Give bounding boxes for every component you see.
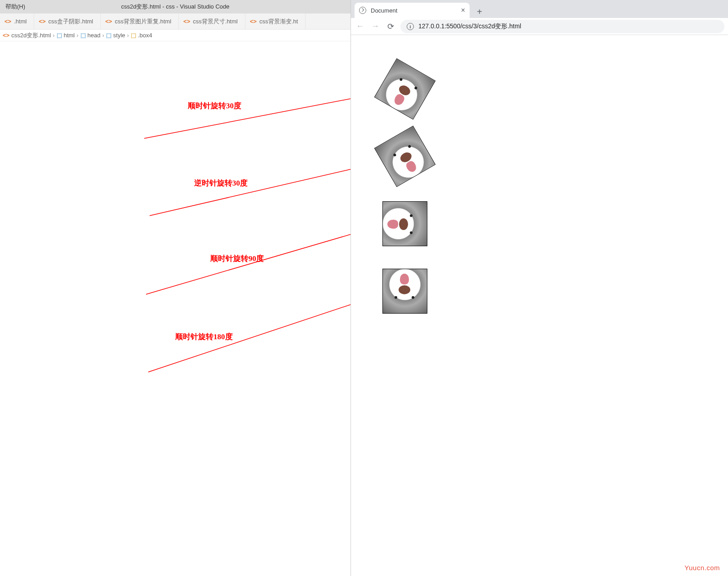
forward-button[interactable]: → — [370, 21, 381, 32]
new-tab-button[interactable]: + — [473, 5, 486, 18]
tag-icon: ⬚ — [80, 32, 86, 39]
tab-label: css盒子阴影.html — [49, 18, 93, 26]
editor-tab[interactable]: <>css盒子阴影.html — [34, 13, 101, 29]
breadcrumb-item[interactable]: <>css2d变形.html — [3, 31, 51, 40]
editor-tab[interactable]: <>css背景渐变.ht — [245, 13, 306, 29]
editor-tab[interactable]: <>css背景图片重复.html — [101, 13, 179, 29]
chevron-right-icon: › — [53, 32, 54, 39]
html-icon: <> — [39, 18, 45, 25]
demo-box3 — [382, 201, 427, 246]
html-icon: <> — [4, 18, 11, 25]
breadcrumb-item[interactable]: ⬚.box4 — [131, 32, 152, 39]
tab-label: css背景图片重复.html — [115, 18, 171, 26]
tag-icon: ⬚ — [106, 32, 111, 39]
menu-help[interactable]: 帮助(H) — [5, 3, 25, 11]
code-editor[interactable] — [0, 41, 351, 45]
class-icon: ⬚ — [131, 32, 136, 39]
demo-box2 — [374, 126, 436, 187]
html-icon: <> — [3, 32, 9, 39]
globe-icon — [359, 7, 366, 14]
tab-label: css背景渐变.ht — [259, 18, 298, 26]
close-icon[interactable]: × — [461, 6, 465, 14]
chrome-toolbar: ← → ⟳ i 127.0.0.1:5500/css/3/css2d变形.htm… — [351, 18, 728, 35]
tag-icon: ⬚ — [57, 32, 62, 39]
demo-box4 — [382, 269, 427, 314]
url-text: 127.0.0.1:5500/css/3/css2d变形.html — [418, 22, 521, 31]
tab-label: .html — [14, 18, 27, 25]
window-title: css2d变形.html - css - Visual Studio Code — [121, 3, 229, 11]
address-bar[interactable]: i 127.0.0.1:5500/css/3/css2d变形.html — [400, 20, 724, 33]
chrome-tabstrip: Document × + — [351, 0, 728, 18]
tab-label: css背景尺寸.html — [193, 18, 238, 26]
breadcrumb: <>css2d变形.html› ⬚html› ⬚head› ⬚style› ⬚.… — [0, 30, 351, 41]
reload-button[interactable]: ⟳ — [385, 21, 396, 32]
vscode-editor: 帮助(H) css2d变形.html - css - Visual Studio… — [0, 0, 351, 576]
html-icon: <> — [105, 18, 112, 25]
breadcrumb-item[interactable]: ⬚html — [57, 32, 75, 39]
editor-tab[interactable]: <>.html — [0, 13, 34, 29]
html-icon: <> — [250, 18, 257, 25]
chevron-right-icon: › — [76, 32, 78, 39]
demo-box1 — [374, 58, 436, 120]
vscode-titlebar: 帮助(H) css2d变形.html - css - Visual Studio… — [0, 0, 351, 13]
chevron-right-icon: › — [102, 32, 104, 39]
editor-tabs: <>.html <>css盒子阴影.html <>css背景图片重复.html … — [0, 13, 351, 30]
tab-title: Document — [371, 7, 397, 14]
watermark: Yuucn.com — [684, 564, 720, 572]
chrome-browser: Document × + ← → ⟳ i 127.0.0.1:5500/css/… — [351, 0, 728, 576]
back-button[interactable]: ← — [355, 21, 365, 32]
info-icon[interactable]: i — [407, 23, 414, 30]
html-icon: <> — [183, 18, 190, 25]
breadcrumb-item[interactable]: ⬚style — [106, 32, 125, 39]
page-content — [351, 35, 728, 345]
chrome-tab[interactable]: Document × — [355, 3, 470, 18]
breadcrumb-item[interactable]: ⬚head — [80, 32, 101, 39]
chevron-right-icon: › — [127, 32, 129, 39]
editor-tab[interactable]: <>css背景尺寸.html — [179, 13, 245, 29]
